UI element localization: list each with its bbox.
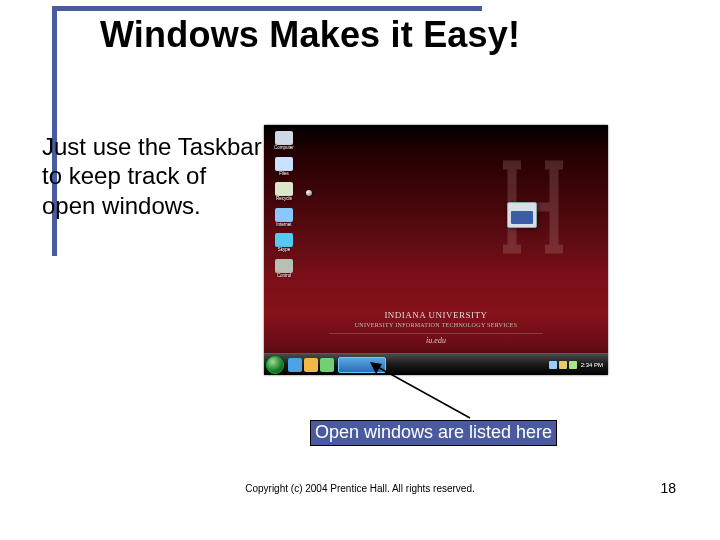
desktop-icon[interactable]: Computer [270, 131, 298, 151]
quick-launch-icon[interactable] [320, 358, 334, 372]
body-text: Just use the Taskbar to keep track of op… [42, 132, 262, 220]
desktop-divider [329, 333, 543, 334]
page-number: 18 [660, 480, 676, 496]
system-tray[interactable]: 2:34 PM [549, 361, 605, 369]
desktop-brand-text: INDIANA UNIVERSITY [264, 310, 608, 320]
taskbar[interactable]: 2:34 PM [264, 353, 608, 375]
tray-clock[interactable]: 2:34 PM [579, 362, 605, 368]
quick-launch-icon[interactable] [304, 358, 318, 372]
control-icon [275, 259, 293, 273]
callout-label: Open windows are listed here [310, 420, 557, 446]
desktop-icon-label: Internet [270, 223, 298, 228]
skype-icon [275, 233, 293, 247]
desktop-screenshot: INDIANA UNIVERSITY UNIVERSITY INFORMATIO… [264, 125, 608, 375]
folder-icon [275, 157, 293, 171]
copyright-text: Copyright (c) 2004 Prentice Hall. All ri… [0, 483, 720, 494]
desktop-icon[interactable]: Skype [270, 233, 298, 253]
desktop-icon-label: Files [270, 172, 298, 177]
tray-icon[interactable] [549, 361, 557, 369]
desktop-subtitle-text: UNIVERSITY INFORMATION TECHNOLOGY SERVIC… [264, 322, 608, 328]
accent-bar-top [52, 6, 482, 11]
cursor-highlight-icon [306, 190, 312, 196]
desktop-icon-label: Skype [270, 248, 298, 253]
tray-icon[interactable] [569, 361, 577, 369]
desktop-icon[interactable]: Control [270, 259, 298, 279]
desktop-icon-column: Computer Files Recycle Internet Skype Co… [270, 131, 298, 278]
page-title: Windows Makes it Easy! [100, 14, 520, 56]
recycle-icon [275, 182, 293, 196]
desktop-icon-label: Recycle [270, 197, 298, 202]
quick-launch [288, 358, 334, 372]
desktop-icon-label: Computer [270, 146, 298, 151]
quick-launch-icon[interactable] [288, 358, 302, 372]
start-button[interactable] [266, 356, 284, 374]
desktop-icon[interactable]: Recycle [270, 182, 298, 202]
desktop-url-text: iu.edu [264, 336, 608, 345]
desktop-icon[interactable]: Files [270, 157, 298, 177]
desktop-icon-label: Control [270, 274, 298, 279]
internet-icon [275, 208, 293, 222]
tray-icon[interactable] [559, 361, 567, 369]
open-window-thumbnail[interactable] [507, 202, 537, 228]
taskbar-open-window-button[interactable] [338, 357, 386, 373]
desktop-icon[interactable]: Internet [270, 208, 298, 228]
computer-icon [275, 131, 293, 145]
